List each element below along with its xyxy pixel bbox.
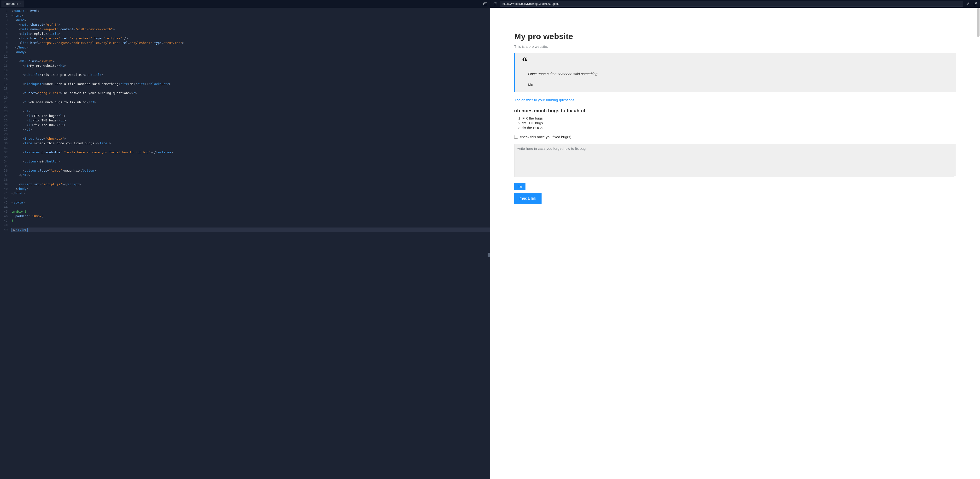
- url-input[interactable]: [500, 1, 963, 7]
- blockquote: “ Once upon a time someone said somethin…: [514, 53, 956, 92]
- editor-tabbar: index.html ×: [0, 0, 490, 8]
- page-title: My pro website: [514, 32, 956, 41]
- code-editor[interactable]: 1234567891011121314151617181920212223242…: [0, 8, 490, 479]
- bugs-heading: oh noes much bugs to fix uh oh: [514, 108, 956, 113]
- editor-pane: index.html × 123456789101112131415161718…: [0, 0, 490, 479]
- preview-scrollbar-thumb[interactable]: [977, 8, 980, 37]
- list-item: fix THE bugs: [522, 121, 956, 126]
- rendered-page: My pro website This is a pro website. “ …: [490, 8, 980, 231]
- preview-pane: My pro website This is a pro website. “ …: [490, 0, 980, 479]
- svg-line-1: [975, 3, 977, 4]
- answer-link[interactable]: The answer to your burning questions: [514, 98, 574, 102]
- quote-cite: Me: [528, 83, 533, 87]
- file-tab[interactable]: index.html ×: [2, 0, 24, 8]
- notes-textarea[interactable]: [514, 144, 956, 177]
- file-tab-label: index.html: [4, 2, 18, 5]
- mega-hai-button[interactable]: mega hai: [514, 193, 541, 204]
- code-content[interactable]: <!DOCTYPE html><html> <head> <meta chars…: [10, 8, 490, 479]
- reload-icon[interactable]: [493, 2, 498, 6]
- preview-url-bar: [490, 0, 980, 8]
- page-subtitle: This is a pro website.: [514, 45, 956, 48]
- markdown-icon[interactable]: [482, 0, 488, 7]
- bugs-list: FIX the bugs fix THE bugs fix the BUGS: [522, 116, 956, 131]
- edit-icon[interactable]: [966, 2, 970, 6]
- checkbox-label: check this once you fixed bug(s): [520, 135, 571, 139]
- preview-render[interactable]: My pro website This is a pro website. “ …: [490, 8, 980, 479]
- list-item: fix the BUGS: [522, 126, 956, 130]
- hai-button[interactable]: hai: [514, 183, 525, 190]
- checkbox-row: check this once you fixed bug(s): [514, 135, 956, 139]
- fixed-checkbox[interactable]: [514, 135, 518, 139]
- editor-scrollbar-thumb[interactable]: [488, 253, 490, 257]
- close-icon[interactable]: ×: [20, 2, 22, 5]
- open-external-icon[interactable]: [973, 2, 978, 6]
- quote-text: Once upon a time someone said something: [528, 72, 950, 76]
- list-item: FIX the bugs: [522, 116, 956, 121]
- quote-mark-icon: “: [522, 58, 950, 65]
- line-gutter: 1234567891011121314151617181920212223242…: [0, 8, 10, 479]
